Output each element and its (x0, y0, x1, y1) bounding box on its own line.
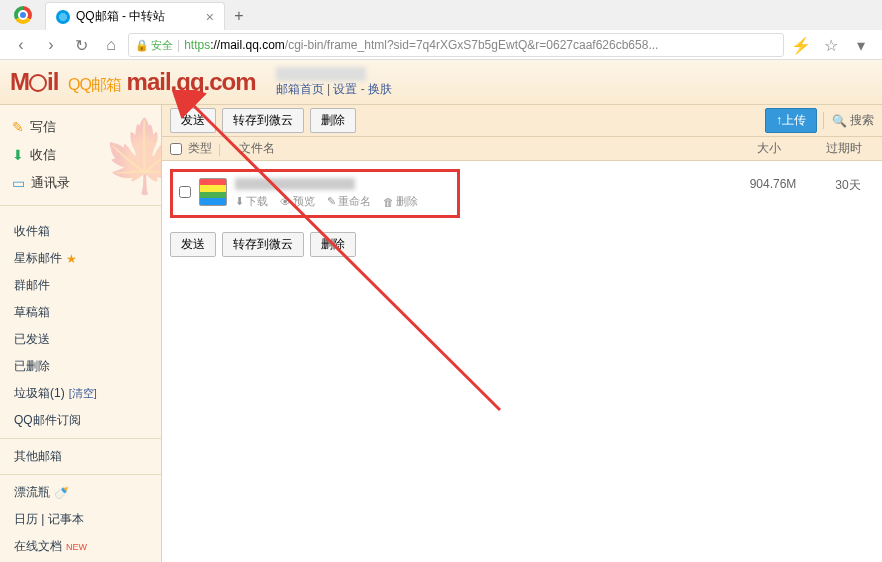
send-button[interactable]: 发送 (170, 108, 216, 133)
select-all-checkbox[interactable] (170, 143, 182, 155)
move-cloud-button[interactable]: 转存到微云 (222, 108, 304, 133)
tab-title: QQ邮箱 - 中转站 (76, 8, 165, 25)
folder-item[interactable]: 其他邮箱 (0, 443, 161, 470)
file-checkbox[interactable] (179, 186, 191, 198)
lock-icon: 🔒 安全 (135, 38, 173, 53)
sidebar: ✎写信 ⬇收信 ▭通讯录 收件箱星标邮件 ★群邮件草稿箱已发送已删除垃圾箱(1)… (0, 105, 162, 562)
inbox-icon: ⬇ (12, 147, 24, 163)
toolbar-bottom: 发送 转存到微云 删除 (162, 226, 882, 263)
folder-item[interactable]: 群邮件 (0, 272, 161, 299)
folder-item[interactable]: 草稿箱 (0, 299, 161, 326)
delete-button[interactable]: 删除 (310, 108, 356, 133)
bottle-icon: 🍼 (54, 486, 69, 500)
clear-link[interactable]: [清空] (69, 386, 97, 401)
browser-tab[interactable]: QQ邮箱 - 中转站 × (45, 2, 225, 30)
star-icon[interactable]: ☆ (818, 32, 844, 58)
pencil-icon: ✎ (12, 119, 24, 135)
send-button-2[interactable]: 发送 (170, 232, 216, 257)
folder-item[interactable]: 在线文档 NEW (0, 533, 161, 560)
search-button[interactable]: 🔍 搜索 (823, 112, 874, 129)
col-size: 大小 (724, 140, 814, 157)
star-icon: ★ (66, 252, 77, 266)
book-icon: ▭ (12, 175, 25, 191)
preview-action[interactable]: 👁 预览 (280, 194, 315, 209)
forward-button[interactable]: › (38, 32, 64, 58)
chrome-menu-icon[interactable] (0, 0, 45, 30)
content-area: 发送 转存到微云 删除 ↑上传 🔍 搜索 类型 | 文件名 大小 过期时 (162, 105, 882, 562)
rename-action[interactable]: ✎ 重命名 (327, 194, 371, 209)
nav-settings[interactable]: 设置 (333, 82, 357, 96)
nav-home[interactable]: 邮箱首页 (276, 82, 324, 96)
col-expire: 过期时 (814, 140, 874, 157)
folder-item[interactable]: 已发送 (0, 326, 161, 353)
nav-bar: ‹ › ↻ ⌂ 🔒 安全 | https://mail.qq.com/cgi-b… (0, 30, 882, 60)
list-header: 类型 | 文件名 大小 过期时 (162, 137, 882, 161)
mail-logo: Mil QQ邮箱 mail.qq.com (10, 68, 256, 96)
col-type: 类型 (188, 140, 212, 157)
upload-button[interactable]: ↑上传 (765, 108, 817, 133)
folder-item[interactable]: 垃圾箱(1)[清空] (0, 380, 161, 407)
folder-item[interactable]: 日历 | 记事本 (0, 506, 161, 533)
archive-icon (199, 178, 227, 206)
url-bar[interactable]: 🔒 安全 | https://mail.qq.com/cgi-bin/frame… (128, 33, 784, 57)
toolbar-top: 发送 转存到微云 删除 ↑上传 🔍 搜索 (162, 105, 882, 137)
file-expire: 30天 (818, 177, 878, 194)
file-row[interactable]: ⬇ 下载 👁 预览 ✎ 重命名 🗑 删除 (175, 176, 455, 211)
folder-item[interactable]: QQ邮件订阅 (0, 407, 161, 434)
flash-icon[interactable]: ⚡ (788, 32, 814, 58)
reload-button[interactable]: ↻ (68, 32, 94, 58)
mail-header: Mil QQ邮箱 mail.qq.com 邮箱首页 | 设置 - 换肤 (0, 60, 882, 105)
favicon-icon (56, 10, 70, 24)
close-tab-icon[interactable]: × (206, 9, 214, 25)
col-name: 文件名 (239, 140, 275, 157)
browser-chrome: QQ邮箱 - 中转站 × + ‹ › ↻ ⌂ 🔒 安全 | https://ma… (0, 0, 882, 60)
menu-icon[interactable]: ▾ (848, 32, 874, 58)
delete-button-2[interactable]: 删除 (310, 232, 356, 257)
file-row-highlight: ⬇ 下载 👁 预览 ✎ 重命名 🗑 删除 (170, 169, 460, 218)
compose-button[interactable]: ✎写信 (8, 113, 153, 141)
user-blur (276, 67, 366, 81)
file-name-blur (235, 178, 355, 190)
folder-item[interactable]: 漂流瓶 🍼 (0, 479, 161, 506)
home-button[interactable]: ⌂ (98, 32, 124, 58)
new-badge: NEW (66, 542, 87, 552)
folder-item[interactable]: 星标邮件 ★ (0, 245, 161, 272)
download-action[interactable]: ⬇ 下载 (235, 194, 268, 209)
folder-list: 收件箱星标邮件 ★群邮件草稿箱已发送已删除垃圾箱(1)[清空]QQ邮件订阅 其他… (0, 206, 161, 562)
folder-item[interactable]: 已删除 (0, 353, 161, 380)
folder-item[interactable]: 收件箱 (0, 218, 161, 245)
receive-button[interactable]: ⬇收信 (8, 141, 153, 169)
nav-skin[interactable]: 换肤 (368, 82, 392, 96)
delete-action[interactable]: 🗑 删除 (383, 194, 418, 209)
file-size: 904.76M (728, 177, 818, 191)
contacts-button[interactable]: ▭通讯录 (8, 169, 153, 197)
move-cloud-button-2[interactable]: 转存到微云 (222, 232, 304, 257)
mail-envelope-icon (29, 74, 47, 92)
new-tab-button[interactable]: + (225, 2, 253, 30)
back-button[interactable]: ‹ (8, 32, 34, 58)
tab-bar: QQ邮箱 - 中转站 × + (0, 0, 882, 30)
url-text: https://mail.qq.com/cgi-bin/frame_html?s… (184, 38, 658, 52)
header-nav: 邮箱首页 | 设置 - 换肤 (276, 66, 392, 98)
